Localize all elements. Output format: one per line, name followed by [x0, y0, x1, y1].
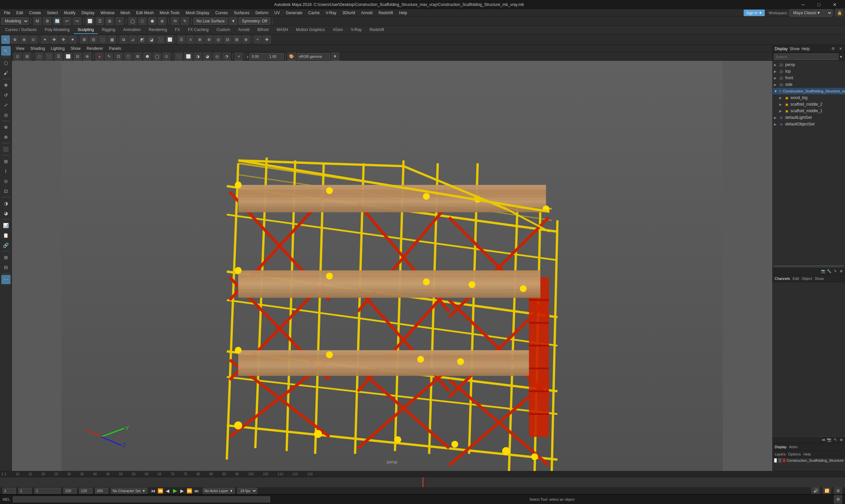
current-frame-input[interactable]: [3, 488, 16, 494]
tool-f2[interactable]: ✚: [263, 35, 271, 44]
outliner-item-light-set[interactable]: ▶ ⊙ defaultLightSet: [773, 114, 845, 121]
outliner-item-side[interactable]: ▶ 🎥 side: [773, 81, 845, 88]
anim-next-key[interactable]: ⏩: [186, 487, 193, 494]
layer-display-tab[interactable]: Display: [775, 445, 787, 449]
gamma-value-1[interactable]: 0.00: [250, 53, 266, 60]
tool-d2[interactable]: ⊿: [128, 35, 137, 44]
grid-vis-btn[interactable]: ⋯: [1, 275, 11, 284]
color-mgmt-icon[interactable]: 🎨: [287, 52, 296, 61]
outliner-left-btn[interactable]: 📋: [1, 231, 11, 240]
settings-icon[interactable]: ⚙: [834, 486, 842, 495]
universal-manip-btn[interactable]: ◎: [1, 110, 11, 120]
tool-b4[interactable]: ✷: [68, 35, 77, 44]
bottom-tool-1[interactable]: ⊞: [1, 253, 11, 262]
vp-tool-6[interactable]: ⬜: [64, 52, 72, 61]
menu-window[interactable]: Window: [98, 10, 117, 16]
tab-motion-graphics[interactable]: Motion Graphics: [292, 26, 329, 34]
toolbar-icon-8[interactable]: ⊞: [105, 17, 114, 25]
sign-in-button[interactable]: Sign In ▼: [744, 10, 765, 16]
tool-c4[interactable]: ▦: [108, 35, 116, 44]
vp-tool-8[interactable]: ⊕: [83, 52, 91, 61]
ipr-btn[interactable]: ◕: [1, 209, 11, 218]
tab-poly-modeling[interactable]: Poly Modeling: [41, 26, 73, 34]
cb-icon-2[interactable]: 🔧: [827, 269, 832, 274]
tool-e3[interactable]: ⊕: [195, 35, 204, 44]
help-menu[interactable]: Help: [804, 452, 811, 456]
layer-anim-tab[interactable]: Anim: [789, 445, 797, 449]
maximize-button[interactable]: □: [811, 0, 827, 9]
menu-generate[interactable]: Generate: [283, 10, 305, 16]
soft-mod-btn[interactable]: ⊕: [1, 123, 11, 132]
toolbar-icon-1[interactable]: M: [33, 17, 41, 25]
le-icon-1[interactable]: ⏮: [821, 437, 826, 442]
outliner-item-main-obj[interactable]: ▼ ⬡ Construction_Scaffolding_Structure_n…: [773, 88, 845, 94]
rotate-tool-btn[interactable]: ↺: [1, 90, 11, 100]
menu-mesh-display[interactable]: Mesh Display: [183, 10, 212, 16]
no-anim-layer-dropdown[interactable]: No Anim Layer ▼: [203, 488, 235, 494]
tool-a3[interactable]: ⊙: [29, 35, 38, 44]
vp-tool-22[interactable]: ◔: [222, 52, 231, 61]
toolbar-icon-12[interactable]: ⬢: [148, 17, 157, 25]
cb-tab-show[interactable]: Show: [815, 276, 824, 281]
menu-surfaces[interactable]: Surfaces: [231, 10, 252, 16]
layer-color[interactable]: [783, 458, 785, 463]
toolbar-icon-13[interactable]: ⊕: [158, 17, 166, 25]
toolbar-icon-15[interactable]: ✎: [181, 17, 189, 25]
viewport-menu-show[interactable]: Show: [68, 46, 83, 52]
search-icon[interactable]: ▼: [839, 54, 844, 59]
minimize-button[interactable]: ─: [795, 0, 811, 9]
tab-rendering[interactable]: Rendering: [145, 26, 171, 34]
tab-sculpting[interactable]: Sculpting: [74, 26, 98, 34]
vp-tool-4[interactable]: ⬛: [45, 52, 53, 61]
frame-start-input[interactable]: [18, 488, 32, 494]
select-tool-btn[interactable]: ↖: [1, 46, 11, 55]
vp-tool-20[interactable]: ◕: [203, 52, 212, 61]
menu-file[interactable]: File: [1, 10, 13, 16]
lock-icon[interactable]: 🔒: [835, 8, 844, 17]
tool-e6[interactable]: ⊟: [223, 35, 232, 44]
playback-end-2-input[interactable]: [95, 488, 108, 494]
toolbar-icon-10[interactable]: ◯: [128, 17, 137, 25]
snap-view-btn[interactable]: ⊡: [1, 186, 11, 196]
vp-tool-12[interactable]: ⬡: [124, 52, 133, 61]
cb-tab-channels[interactable]: Channels: [775, 276, 790, 281]
playhead[interactable]: [423, 477, 423, 487]
snap-curve-btn[interactable]: ⌇: [1, 167, 11, 176]
tool-a1[interactable]: ⊕: [11, 35, 19, 44]
cb-icon-3[interactable]: ✎: [832, 269, 838, 274]
menu-3dtoall[interactable]: 3DtoAll: [340, 10, 358, 16]
menu-arnold[interactable]: Arnold: [358, 10, 375, 16]
options-menu[interactable]: Options: [788, 452, 801, 456]
layer-row-main[interactable]: P Construction_Scaffolding_Structure: [773, 458, 845, 463]
vp-tool-19[interactable]: ◑: [194, 52, 202, 61]
outliner-item-front[interactable]: ▶ 🎥 front: [773, 75, 845, 81]
vp-tool-17[interactable]: ⬛: [174, 52, 183, 61]
status-icon[interactable]: ⚙: [834, 495, 842, 504]
sound-icon[interactable]: 🔊: [811, 486, 820, 495]
outliner-item-wood-big[interactable]: ▶ ▣ wood_big: [773, 94, 845, 101]
node-editor-btn[interactable]: 🔗: [1, 240, 11, 250]
help-tab[interactable]: Help: [802, 47, 810, 51]
tool-d6[interactable]: ⬜: [165, 35, 174, 44]
snap-grid-btn[interactable]: ⊞: [1, 157, 11, 166]
tool-f1[interactable]: +: [253, 35, 262, 44]
tool-b1[interactable]: ✦: [41, 35, 49, 44]
tool-d4[interactable]: ◪: [147, 35, 156, 44]
timeline-ruler[interactable]: 1 5 10 15 20 25 30 35 40 45 50 55 60 65 …: [0, 471, 845, 477]
outliner-item-persp[interactable]: ▶ 🎥 persp: [773, 61, 845, 68]
toolbar-icon-6[interactable]: ⬜: [86, 17, 94, 25]
toolbar-icon-9[interactable]: ⌖: [115, 17, 124, 25]
tool-c2[interactable]: ⊟: [89, 35, 98, 44]
frame-end-input[interactable]: [64, 488, 76, 494]
tab-vray[interactable]: V-Ray: [347, 26, 366, 34]
menu-mesh-tools[interactable]: Mesh Tools: [157, 10, 182, 16]
toolbar-icon-14[interactable]: ⟲: [171, 17, 179, 25]
menu-curves[interactable]: Curves: [213, 10, 230, 16]
toolbar-icon-11[interactable]: ⬡: [138, 17, 147, 25]
vp-tool-21[interactable]: ◎: [213, 52, 221, 61]
anim-next-frame[interactable]: ▶: [179, 487, 186, 494]
menu-select[interactable]: Select: [44, 10, 60, 16]
cb-icon-4[interactable]: ⊕: [839, 269, 844, 274]
show-manip-btn[interactable]: ⬛: [1, 145, 11, 154]
menu-vray[interactable]: V-Ray: [323, 10, 339, 16]
